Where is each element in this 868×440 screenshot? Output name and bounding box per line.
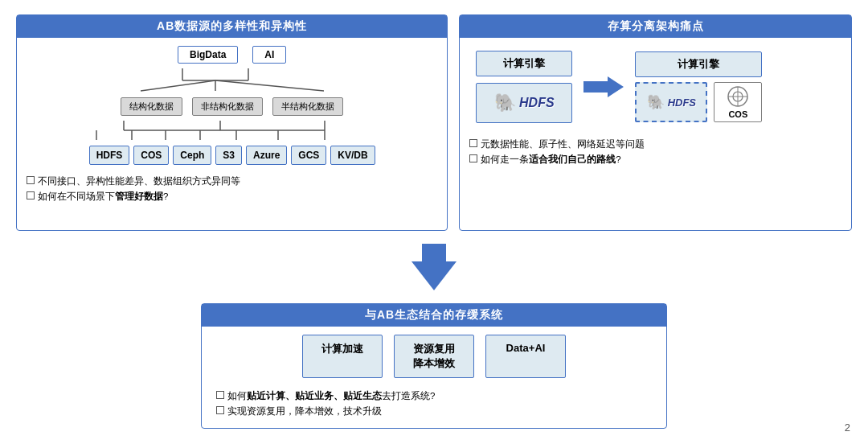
svg-line-3 — [141, 80, 215, 91]
bottom-bullet-2: 实现资源复用，降本增效，技术升级 — [216, 405, 652, 417]
left-panel-title: AB数据源的多样性和异构性 — [17, 15, 447, 38]
mid-nodes-row: 结构化数据 非结构化数据 半结构化数据 — [121, 97, 343, 116]
right-bullets: 元数据性能、原子性、网络延迟等问题 如何走一条适合我们自己的路线? — [469, 138, 841, 168]
compute-box-right: 计算引擎 — [635, 51, 762, 77]
checkbox-icon-2 — [27, 191, 35, 199]
tree-svg-top — [96, 68, 369, 93]
elephant-icon-right: 🐘 — [647, 93, 665, 111]
cos-storage: COS — [133, 146, 169, 165]
bigdata-node: BigData — [178, 46, 238, 64]
bottom-bullets: 如何贴近计算、贴近业务、贴近生态去打造系统? 实现资源复用，降本增效，技术升级 — [216, 389, 652, 420]
kvdb-storage: KV/DB — [330, 146, 375, 165]
right-bullet-2: 如何走一条适合我们自己的路线? — [469, 153, 841, 166]
left-bullet-2: 如何在不同场景下管理好数据? — [27, 190, 437, 203]
checkbox-icon-5 — [216, 391, 224, 399]
unstruct-node: 非结构化数据 — [192, 97, 263, 116]
right-panel: 存算分离架构痛点 计算引擎 🐘 HDFS — [459, 14, 852, 231]
compute-box-left: 计算引擎 — [476, 51, 572, 76]
right-arrow-container — [583, 75, 624, 99]
semi-struct-node: 半结构化数据 — [272, 97, 343, 116]
middle-arrow — [16, 239, 852, 295]
bottom-bullet-2-text: 实现资源复用，降本增效，技术升级 — [227, 405, 382, 417]
cos-label: COS — [728, 109, 747, 119]
feature-row: 计算加速 资源复用 降本增效 Data+AI — [216, 335, 652, 378]
checkbox-icon-1 — [27, 176, 35, 184]
left-panel: AB数据源的多样性和异构性 BigData AI — [16, 14, 448, 231]
left-bullet-2-text: 如何在不同场景下管理好数据? — [38, 190, 168, 203]
checkbox-icon-4 — [469, 154, 477, 162]
hdfs-logo-left: 🐘 HDFS — [476, 83, 572, 123]
ceph-storage: Ceph — [173, 146, 211, 165]
top-nodes-row: BigData AI — [178, 46, 286, 64]
checkbox-icon-3 — [469, 139, 477, 147]
hdfs-storage: HDFS — [89, 146, 130, 165]
tree-svg-mid — [76, 121, 389, 141]
left-diagram: BigData AI — [27, 46, 437, 165]
ai-node: AI — [252, 46, 286, 64]
right-bullet-1-text: 元数据性能、原子性、网络延迟等问题 — [481, 138, 645, 150]
feature-compute: 计算加速 — [302, 335, 383, 378]
big-arrow-wrapper — [411, 244, 457, 290]
left-bullet-1-text: 不同接口、异构性能差异、数据组织方式异同等 — [38, 175, 240, 187]
top-row: AB数据源的多样性和异构性 BigData AI — [16, 14, 852, 231]
bottom-bullet-1: 如何贴近计算、贴近业务、贴近生态去打造系统? — [216, 389, 652, 402]
struct-node: 结构化数据 — [121, 97, 182, 116]
right-panel-title: 存算分离架构痛点 — [460, 15, 851, 38]
svg-marker-17 — [583, 76, 624, 97]
right-col-left: 计算引擎 🐘 HDFS — [476, 51, 572, 123]
bottom-panel-title: 与AB生态结合的存缓系统 — [202, 304, 666, 327]
svg-line-5 — [215, 80, 324, 91]
right-bullet-2-text: 如何走一条适合我们自己的路线? — [481, 153, 620, 166]
azure-storage: Azure — [246, 146, 287, 165]
cos-icon — [727, 85, 749, 108]
left-bullet-1: 不同接口、异构性能差异、数据组织方式异同等 — [27, 175, 437, 187]
right-diagram: 计算引擎 🐘 HDFS — [469, 46, 841, 128]
arrow-right-svg — [583, 75, 624, 99]
hdfs-badge-left: 🐘 HDFS — [494, 93, 555, 113]
right-col-right: 计算引擎 🐘 HDFS — [635, 51, 762, 122]
right-panel-body: 计算引擎 🐘 HDFS — [460, 38, 851, 230]
feature-resource: 资源复用 降本增效 — [394, 335, 474, 378]
bottom-panel-body: 计算加速 资源复用 降本增效 Data+AI 如何贴近计算、贴近业务、贴近生态去… — [202, 327, 666, 428]
hdfs-badge-right: 🐘 HDFS — [647, 93, 696, 111]
page-number: 2 — [845, 421, 850, 434]
hdfs-logo-right: 🐘 HDFS — [635, 82, 707, 122]
hdfs-text-right: HDFS — [668, 97, 696, 109]
bottom-bullet-1-text: 如何贴近计算、贴近业务、贴近生态去打造系统? — [227, 389, 435, 402]
storage-row: HDFS COS Ceph S3 Azure GCS KV/DB — [89, 146, 375, 165]
bottom-panel: 与AB生态结合的存缓系统 计算加速 资源复用 降本增效 Data+AI 如何贴近… — [201, 303, 667, 429]
slide-container: AB数据源的多样性和异构性 BigData AI — [0, 0, 868, 440]
hdfs-text-left: HDFS — [519, 96, 555, 110]
right-col-2-inner: 🐘 HDFS C — [635, 82, 762, 122]
arrow-shaft — [422, 244, 446, 261]
feature-data-ai: Data+AI — [485, 335, 566, 378]
gcs-storage: GCS — [291, 146, 326, 165]
s3-storage: S3 — [215, 146, 242, 165]
left-panel-body: BigData AI — [17, 38, 447, 230]
checkbox-icon-6 — [216, 406, 224, 414]
elephant-icon-left: 🐘 — [494, 93, 516, 113]
arrow-head — [411, 261, 457, 290]
cos-box: COS — [714, 82, 762, 122]
left-bullets: 不同接口、异构性能差异、数据组织方式异同等 如何在不同场景下管理好数据? — [27, 175, 437, 205]
right-bullet-1: 元数据性能、原子性、网络延迟等问题 — [469, 138, 841, 150]
